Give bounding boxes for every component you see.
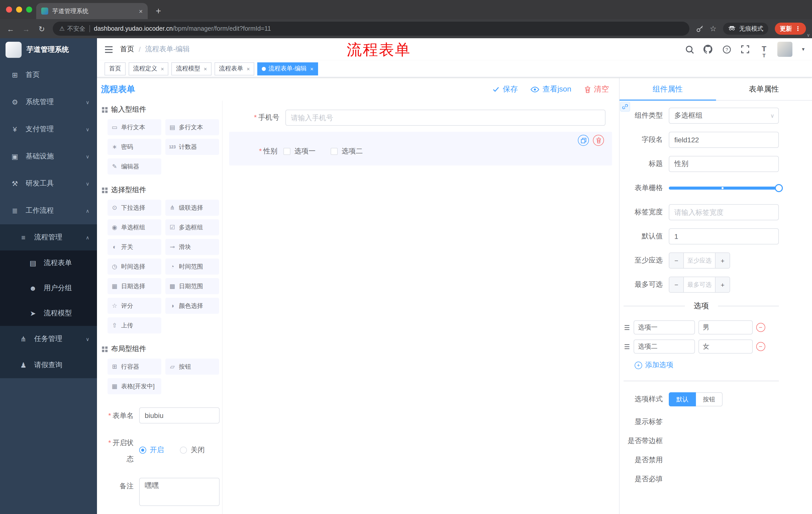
sidebar-item-leave-query[interactable]: ♟ 请假查询 [0, 352, 97, 378]
close-icon[interactable]: × [310, 65, 314, 72]
tag-home[interactable]: 首页 [105, 62, 126, 75]
form-canvas[interactable]: 手机号 性别 [223, 101, 619, 514]
help-icon[interactable]: ? [722, 44, 732, 54]
comp-date-picker[interactable]: 日期选择 [108, 278, 161, 294]
github-icon[interactable] [703, 44, 713, 54]
style-button-button[interactable]: 按钮 [696, 392, 723, 406]
comp-row-container[interactable]: 行容器 [108, 359, 161, 375]
tag-process-definition[interactable]: 流程定义× [128, 62, 169, 75]
password-key-icon[interactable] [696, 25, 703, 32]
minus-icon[interactable]: − [669, 277, 684, 292]
slider-handle[interactable] [775, 184, 783, 192]
sidebar-item-task-management[interactable]: ⋔ 任务管理 ∨ [0, 326, 97, 352]
copy-component-icon[interactable] [578, 135, 589, 146]
browser-tab[interactable]: 芋道管理系统 × [36, 3, 148, 19]
comp-table[interactable]: 表格[开发中] [108, 378, 161, 394]
drag-handle-icon[interactable]: ☰ [624, 324, 630, 331]
window-zoom-button[interactable] [26, 6, 32, 12]
avatar[interactable] [777, 42, 792, 57]
comp-button[interactable]: 按钮 [165, 359, 219, 375]
phone-field-input[interactable] [285, 110, 606, 126]
title-input[interactable] [669, 156, 779, 172]
label-width-input[interactable] [669, 204, 779, 220]
back-icon[interactable]: ← [6, 25, 15, 32]
drag-handle-icon[interactable]: ☰ [624, 343, 630, 350]
minus-icon[interactable]: − [669, 253, 684, 268]
sidebar-item-workflow[interactable]: ≣ 工作流程 ∧ [0, 197, 97, 224]
sidebar-item-infrastructure[interactable]: ▣ 基础设施 ∨ [0, 143, 97, 170]
tag-process-form[interactable]: 流程表单× [214, 62, 255, 75]
form-name-input[interactable] [139, 407, 220, 424]
tab-component-props[interactable]: 组件属性 [619, 78, 716, 100]
caret-down-icon[interactable]: ▼ [801, 47, 806, 52]
gender-checkbox-option1[interactable]: 选项一 [283, 147, 316, 156]
default-value-input[interactable] [669, 228, 779, 244]
search-icon[interactable] [685, 44, 694, 54]
plus-icon[interactable]: + [715, 253, 730, 268]
clear-button[interactable]: 清空 [584, 84, 609, 94]
grid-slider[interactable] [669, 187, 779, 190]
sidebar-item-system[interactable]: ⚙ 系统管理 ∨ [0, 88, 97, 116]
selected-component-gender[interactable]: 性别 选项一 选项二 [229, 132, 612, 165]
comp-color-picker[interactable]: 颜色选择 [165, 298, 219, 314]
phone-field-row[interactable]: 手机号 [229, 110, 606, 126]
tag-process-model[interactable]: 流程模型× [172, 62, 211, 75]
comp-rate[interactable]: 评分 [108, 298, 161, 314]
browser-update-button[interactable]: 更新 ⋮ [775, 23, 806, 35]
security-warning[interactable]: ⚠不安全 [59, 24, 85, 33]
close-icon[interactable]: × [161, 65, 164, 72]
comp-date-range[interactable]: 日期范围 [165, 278, 219, 294]
comp-counter[interactable]: 计数器 [165, 139, 219, 155]
forward-icon[interactable]: → [22, 25, 31, 32]
comp-slider[interactable]: 滑块 [165, 239, 219, 255]
comp-time-picker[interactable]: 时间选择 [108, 259, 161, 275]
toolbar-chevron-down-icon[interactable]: ∨ [807, 33, 810, 38]
component-type-select[interactable]: 多选框组 ∨ [669, 108, 779, 124]
field-name-input[interactable] [669, 132, 779, 148]
hamburger-icon[interactable] [97, 46, 120, 53]
comp-select[interactable]: 下拉选择 [108, 200, 161, 216]
breadcrumb-home[interactable]: 首页 [120, 45, 134, 54]
option2-value-input[interactable] [698, 340, 752, 354]
comp-upload[interactable]: 上传 [108, 317, 161, 333]
style-default-button[interactable]: 默认 [669, 392, 696, 406]
new-tab-button[interactable]: + [156, 6, 161, 16]
comp-cascader[interactable]: 级联选择 [165, 200, 219, 216]
link-icon[interactable] [620, 102, 630, 112]
window-minimize-button[interactable] [16, 6, 22, 12]
sidebar-item-home[interactable]: ⊞ 首页 [0, 61, 97, 88]
comp-multi-line-text[interactable]: 多行文本 [165, 119, 219, 135]
tab-form-props[interactable]: 表单属性 [716, 78, 812, 100]
remove-option-icon[interactable]: − [756, 342, 765, 351]
address-bar[interactable]: ⚠不安全 dashboard.yudao.iocoder.cn/bpm/mana… [53, 22, 689, 36]
font-size-icon[interactable]: TT [759, 44, 769, 54]
delete-component-icon[interactable] [593, 135, 604, 146]
add-option-button[interactable]: + 添加选项 [635, 360, 779, 370]
window-close-button[interactable] [6, 6, 12, 12]
sidebar-item-devtools[interactable]: ⚒ 研发工具 ∨ [0, 170, 97, 197]
fullscreen-icon[interactable] [740, 44, 750, 54]
save-button[interactable]: 保存 [493, 84, 518, 94]
form-remark-textarea[interactable]: 嘿嘿 [139, 478, 220, 506]
sidebar-item-user-group[interactable]: ☻ 用户分组 [0, 276, 97, 301]
comp-switch[interactable]: 开关 [108, 239, 161, 255]
comp-editor[interactable]: 编辑器 [108, 158, 161, 174]
option2-label-input[interactable] [633, 340, 695, 354]
comp-time-range[interactable]: 时间范围 [165, 259, 219, 275]
sidebar-item-process-management[interactable]: ≡ 流程管理 ∧ [0, 224, 97, 250]
comp-radio-group[interactable]: 单选框组 [108, 219, 161, 235]
gender-checkbox-option2[interactable]: 选项二 [330, 147, 363, 156]
option1-value-input[interactable] [698, 320, 752, 334]
sidebar-item-process-model[interactable]: ➤ 流程模型 [0, 301, 97, 326]
close-icon[interactable]: × [247, 65, 250, 72]
comp-checkbox-group[interactable]: 多选框组 [165, 219, 219, 235]
status-radio-on[interactable]: 开启 [139, 445, 164, 455]
option1-label-input[interactable] [633, 320, 695, 334]
plus-icon[interactable]: + [715, 277, 730, 292]
status-radio-off[interactable]: 关闭 [180, 445, 205, 455]
comp-single-line-text[interactable]: 单行文本 [108, 119, 161, 135]
comp-password[interactable]: 密码 [108, 139, 161, 155]
bookmark-star-icon[interactable]: ☆ [710, 24, 717, 33]
reload-icon[interactable]: ↻ [37, 25, 46, 32]
remove-option-icon[interactable]: − [756, 323, 765, 332]
